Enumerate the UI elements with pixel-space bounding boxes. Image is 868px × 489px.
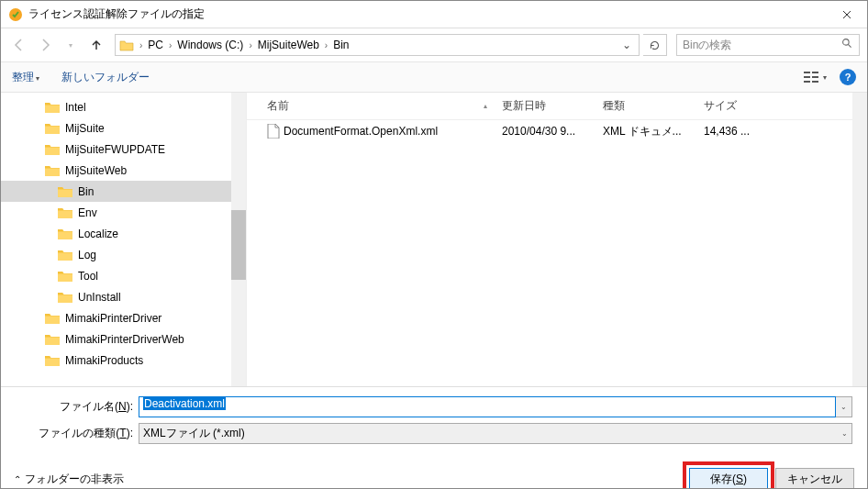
save-button[interactable]: 保存(S)	[689, 468, 768, 489]
window-title: ライセンス認証解除ファイルの指定	[28, 6, 826, 22]
svg-rect-7	[812, 81, 818, 83]
tree-item[interactable]: MijSuiteWeb	[1, 160, 231, 181]
folder-icon	[45, 333, 60, 345]
svg-rect-6	[812, 76, 818, 78]
svg-rect-5	[812, 72, 818, 73]
recent-button[interactable]: ▾	[60, 34, 82, 56]
tree-item-label: MijSuite	[65, 122, 105, 135]
cancel-button[interactable]: キャンセル	[775, 468, 854, 489]
footer: ⌃ フォルダーの非表示 保存(S) キャンセル	[1, 459, 867, 489]
new-folder-button[interactable]: 新しいフォルダー	[61, 70, 150, 85]
nav-bar: ▾ › PC › Windows (C:) › MijSuiteWeb › Bi…	[1, 28, 867, 61]
file-list-header: 名前 ▴ 更新日時 種類 サイズ	[247, 93, 867, 120]
chevron-up-icon: ⌃	[14, 474, 21, 484]
chevron-right-icon: ›	[323, 40, 329, 50]
tree-item[interactable]: Bin	[1, 181, 231, 202]
filelist-scrollbar-track[interactable]	[852, 93, 867, 386]
up-button[interactable]	[85, 34, 107, 56]
tree-item-label: MimakiPrinterDriver	[65, 312, 161, 325]
tree-item-label: Env	[78, 206, 97, 219]
tree-item-label: MimakiProducts	[65, 354, 143, 367]
tree-item-label: MimakiPrinterDriverWeb	[65, 333, 184, 346]
breadcrumb-item[interactable]: Windows (C:)	[173, 39, 247, 51]
col-header-type[interactable]: 種類	[595, 98, 696, 114]
tree-item[interactable]: Log	[1, 244, 231, 265]
tree-item-label: Localize	[78, 228, 118, 240]
filetype-label: ファイルの種類(T):	[1, 426, 139, 441]
help-button[interactable]: ?	[840, 69, 856, 85]
folder-icon	[58, 291, 72, 303]
breadcrumb-item[interactable]: MijSuiteWeb	[254, 39, 323, 51]
file-icon	[267, 124, 280, 139]
toolbar: 整理 新しいフォルダー ▾ ?	[1, 61, 867, 93]
organize-button[interactable]: 整理	[12, 70, 39, 85]
filename-panel: ファイル名(N): Deactivation.xml ⌄ ファイルの種類(T):…	[1, 386, 867, 459]
svg-point-1	[843, 39, 850, 46]
folder-icon	[58, 270, 72, 282]
forward-button[interactable]	[34, 34, 56, 56]
tree-item[interactable]: MimakiPrinterDriverWeb	[1, 328, 231, 350]
search-icon	[841, 38, 853, 52]
breadcrumb-item[interactable]: PC	[144, 39, 167, 51]
file-row[interactable]: DocumentFormat.OpenXml.xml2010/04/30 9..…	[247, 120, 867, 142]
tree-item-label: Bin	[78, 185, 94, 198]
tree-scrollbar-thumb[interactable]	[231, 210, 246, 280]
folder-icon	[45, 354, 60, 366]
filename-label: ファイル名(N):	[1, 399, 139, 415]
file-size: 14,436 ...	[696, 125, 779, 138]
col-header-date[interactable]: 更新日時	[495, 98, 595, 114]
search-input[interactable]: Binの検索	[676, 34, 860, 56]
svg-rect-3	[804, 76, 810, 78]
folder-icon	[45, 312, 60, 324]
search-placeholder: Binの検索	[683, 38, 731, 53]
view-options-button[interactable]: ▾	[804, 71, 827, 83]
svg-rect-2	[804, 72, 810, 73]
svg-rect-4	[804, 81, 810, 83]
folder-icon	[45, 143, 60, 155]
tree-item[interactable]: Tool	[1, 265, 231, 286]
file-date: 2010/04/30 9...	[495, 125, 595, 138]
tree-item-label: MijSuiteFWUPDATE	[65, 143, 165, 156]
app-icon	[8, 7, 23, 22]
col-header-size[interactable]: サイズ	[696, 98, 779, 114]
filename-dropdown[interactable]: ⌄	[836, 396, 852, 417]
tree-item[interactable]: MijSuite	[1, 117, 231, 139]
breadcrumb-bar[interactable]: › PC › Windows (C:) › MijSuiteWeb › Bin …	[115, 34, 640, 56]
close-button[interactable]	[826, 1, 867, 28]
tree-item-label: MijSuiteWeb	[65, 164, 127, 177]
folder-icon	[45, 101, 60, 113]
breadcrumb-dropdown[interactable]: ⌄	[618, 39, 635, 51]
breadcrumb-item[interactable]: Bin	[329, 39, 352, 51]
tree-item[interactable]: MimakiProducts	[1, 350, 231, 371]
file-name: DocumentFormat.OpenXml.xml	[284, 125, 438, 138]
tree-item-label: UnInstall	[78, 291, 121, 304]
filetype-value: XMLファイル (*.xml)	[143, 426, 245, 441]
folder-icon	[45, 164, 60, 176]
folder-icon	[58, 228, 72, 239]
tree-item[interactable]: MimakiPrinterDriver	[1, 307, 231, 328]
tree-item[interactable]: Intel	[1, 96, 231, 117]
folder-icon	[45, 122, 60, 134]
tree-item[interactable]: Localize	[1, 223, 231, 244]
folder-tree[interactable]: IntelMijSuiteMijSuiteFWUPDATEMijSuiteWeb…	[1, 93, 247, 386]
tree-item[interactable]: Env	[1, 202, 231, 223]
file-type: XML ドキュメ...	[595, 124, 696, 139]
folder-icon	[58, 185, 72, 197]
filename-input[interactable]: Deactivation.xml	[139, 396, 836, 417]
filetype-select[interactable]: XMLファイル (*.xml) ⌄	[139, 423, 852, 444]
back-button[interactable]	[8, 34, 30, 56]
tree-item-label: Log	[78, 249, 96, 261]
tree-item[interactable]: MijSuiteFWUPDATE	[1, 139, 231, 160]
file-list: 名前 ▴ 更新日時 種類 サイズ DocumentFormat.OpenXml.…	[247, 93, 867, 386]
chevron-down-icon: ⌄	[841, 429, 848, 438]
folder-icon	[58, 206, 72, 218]
folder-icon	[58, 249, 72, 261]
chevron-right-icon: ›	[167, 40, 173, 50]
filename-value: Deactivation.xml	[143, 397, 226, 410]
chevron-right-icon: ›	[138, 40, 144, 50]
tree-item-label: Intel	[65, 101, 86, 114]
col-header-name[interactable]: 名前 ▴	[247, 98, 495, 114]
hide-folders-toggle[interactable]: ⌃ フォルダーの非表示	[14, 472, 124, 487]
tree-item[interactable]: UnInstall	[1, 286, 231, 307]
refresh-button[interactable]	[643, 34, 667, 56]
